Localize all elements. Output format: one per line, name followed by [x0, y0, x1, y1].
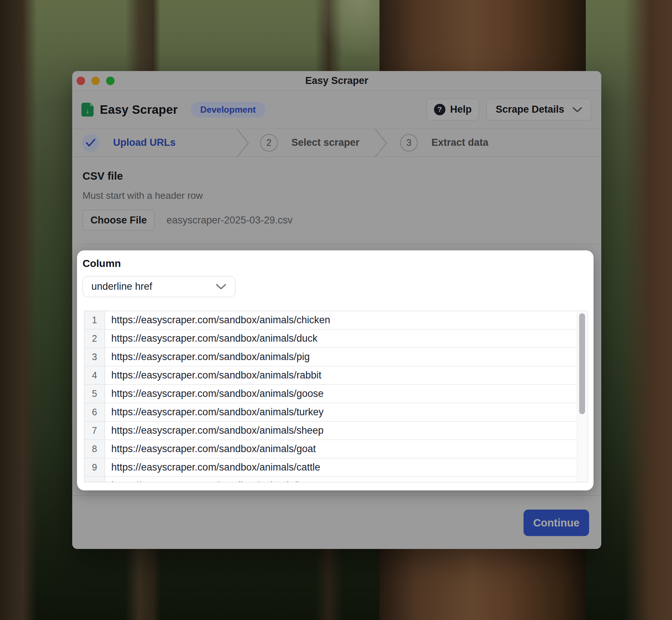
tree-trunk — [624, 0, 672, 620]
chevron-down-icon — [573, 107, 582, 113]
csv-upload-section: CSV file Must start with a header row Ch… — [72, 157, 601, 244]
list-item[interactable]: 2https://easyscraper.com/sandbox/animals… — [84, 330, 577, 348]
step-complete-check-icon — [82, 134, 99, 152]
wizard-step-upload-urls[interactable]: Upload URLs — [82, 134, 236, 152]
column-select-value: underline href — [91, 281, 152, 292]
row-number: 5 — [84, 385, 105, 403]
list-item[interactable]: 3https://easyscraper.com/sandbox/animals… — [84, 348, 577, 366]
row-url: https://easyscraper.com/sandbox/animals/… — [105, 385, 323, 403]
list-item[interactable]: 7https://easyscraper.com/sandbox/animals… — [84, 422, 577, 440]
screen: Easy Scraper ↓ Easy Scraper Development … — [0, 0, 672, 620]
list-item[interactable]: 6https://easyscraper.com/sandbox/animals… — [84, 403, 577, 422]
window-controls — [77, 71, 115, 91]
list-item[interactable]: 5https://easyscraper.com/sandbox/animals… — [84, 385, 577, 403]
scrape-details-dropdown[interactable]: Scrape Details — [486, 99, 591, 120]
choose-file-button[interactable]: Choose File — [83, 210, 155, 230]
row-url: https://easyscraper.com/sandbox/animals/… — [105, 403, 323, 421]
row-number: 10 — [84, 477, 105, 482]
question-mark-icon: ? — [434, 104, 445, 115]
row-url: https://easyscraper.com/sandbox/animals/… — [105, 477, 321, 482]
zoom-window-button[interactable] — [106, 77, 115, 85]
scrollbar-thumb[interactable] — [579, 313, 585, 414]
help-button-label: Help — [450, 104, 472, 115]
row-number: 1 — [84, 311, 105, 329]
row-url: https://easyscraper.com/sandbox/animals/… — [105, 440, 316, 458]
window-title: Easy Scraper — [305, 75, 368, 87]
app-header: ↓ Easy Scraper Development ? Help Scrape… — [72, 91, 601, 128]
column-select[interactable]: underline href — [83, 276, 235, 297]
column-panel-title: Column — [83, 258, 588, 270]
wizard-step-extract-data[interactable]: 3 Extract data — [400, 134, 489, 152]
step-label: Extract data — [431, 137, 489, 148]
help-button[interactable]: ? Help — [427, 99, 479, 120]
row-url: https://easyscraper.com/sandbox/animals/… — [105, 422, 323, 440]
step-number: 3 — [400, 134, 418, 152]
section-divider — [83, 244, 601, 244]
step-label: Select scraper — [291, 137, 360, 148]
window-titlebar[interactable]: Easy Scraper — [72, 71, 601, 91]
row-number: 6 — [84, 403, 105, 421]
list-item[interactable]: 4https://easyscraper.com/sandbox/animals… — [84, 366, 577, 385]
step-wizard: Upload URLs 2 Select scraper 3 Extract d… — [72, 128, 601, 157]
csv-file-hint: Must start with a header row — [83, 190, 601, 201]
app-logo-download-file-icon: ↓ — [81, 103, 94, 117]
list-item[interactable]: 1https://easyscraper.com/sandbox/animals… — [84, 311, 577, 330]
step-number: 2 — [260, 134, 278, 152]
row-number: 8 — [84, 440, 105, 458]
close-window-button[interactable] — [77, 77, 85, 85]
row-url: https://easyscraper.com/sandbox/animals/… — [105, 348, 310, 366]
step-label: Upload URLs — [113, 137, 176, 148]
selected-filename: easyscraper-2025-03-29.csv — [167, 215, 293, 226]
app-name: Easy Scraper — [100, 103, 178, 117]
minimize-window-button[interactable] — [91, 77, 100, 85]
wizard-step-select-scraper[interactable]: 2 Select scraper — [260, 134, 374, 152]
row-number: 3 — [84, 348, 105, 366]
row-number: 4 — [84, 366, 105, 384]
row-url: https://easyscraper.com/sandbox/animals/… — [105, 311, 330, 329]
row-number: 9 — [84, 458, 105, 476]
url-list: 1https://easyscraper.com/sandbox/animals… — [84, 311, 588, 482]
chevron-down-icon — [216, 283, 226, 290]
list-item[interactable]: 9https://easyscraper.com/sandbox/animals… — [84, 458, 577, 477]
scrape-details-label: Scrape Details — [496, 104, 564, 115]
scrollbar-track[interactable] — [577, 311, 587, 482]
row-number: 7 — [84, 422, 105, 440]
list-item[interactable]: 8https://easyscraper.com/sandbox/animals… — [84, 440, 577, 458]
row-url: https://easyscraper.com/sandbox/animals/… — [105, 330, 318, 348]
row-number: 2 — [84, 330, 105, 348]
csv-file-heading: CSV file — [83, 170, 601, 182]
environment-badge: Development — [191, 102, 266, 117]
step-separator-chevron — [374, 129, 388, 157]
continue-button[interactable]: Continue — [524, 510, 589, 536]
list-item[interactable]: 10https://easyscraper.com/sandbox/animal… — [84, 477, 577, 482]
download-arrow-icon: ↓ — [86, 107, 90, 115]
row-url: https://easyscraper.com/sandbox/animals/… — [105, 458, 320, 476]
column-mapping-panel: Column underline href 1https://easyscrap… — [77, 250, 594, 490]
row-url: https://easyscraper.com/sandbox/animals/… — [105, 366, 321, 384]
tree-trunk — [0, 0, 37, 620]
footer-divider — [72, 495, 601, 496]
page-fold — [90, 103, 94, 106]
step-separator-chevron — [236, 129, 249, 157]
